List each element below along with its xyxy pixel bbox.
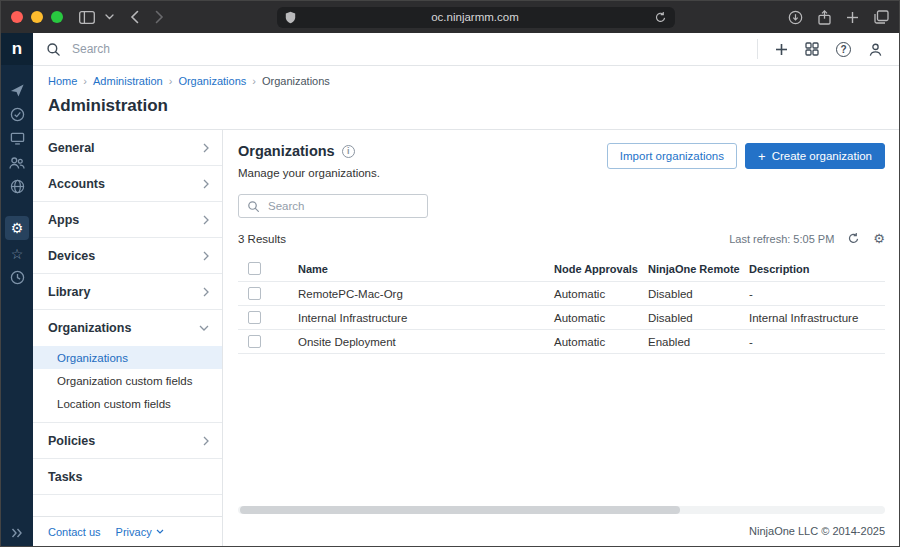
breadcrumb: Home › Administration › Organizations › …	[48, 75, 883, 87]
org-name[interactable]: Internal Infrastructure	[282, 312, 554, 324]
help-icon[interactable]: ?	[836, 42, 851, 57]
create-organization-button[interactable]: + Create organization	[745, 143, 885, 169]
add-icon[interactable]	[775, 43, 788, 56]
breadcrumb-administration[interactable]: Administration	[93, 75, 163, 87]
breadcrumb-organizations[interactable]: Organizations	[178, 75, 246, 87]
sidebar-subitem-location-custom-fields[interactable]: Location custom fields	[33, 392, 222, 415]
sidebar-item-label: Devices	[48, 249, 95, 263]
shield-icon[interactable]	[285, 11, 296, 24]
column-header-description[interactable]: Description	[749, 263, 885, 275]
back-button[interactable]	[130, 10, 139, 24]
column-header-node-approvals[interactable]: Node Approvals	[554, 263, 648, 275]
sidebar-item-label: Policies	[48, 434, 95, 448]
breadcrumb-current: Organizations	[262, 75, 330, 87]
check-circle-icon[interactable]	[5, 104, 29, 125]
browser-chrome: oc.ninjarmm.com	[1, 1, 899, 33]
expand-icon[interactable]	[11, 528, 23, 538]
divider	[757, 39, 758, 59]
sidebar-item-library[interactable]: Library	[33, 274, 222, 310]
sidebar-item-label: Organizations	[48, 321, 131, 335]
chevron-right-icon	[203, 436, 209, 446]
sidebar-item-policies[interactable]: Policies	[33, 423, 222, 459]
select-all-checkbox[interactable]	[248, 262, 261, 275]
sidebar-item-general[interactable]: General	[33, 130, 222, 166]
globe-icon[interactable]	[5, 176, 29, 197]
window-controls	[11, 11, 63, 23]
share-icon[interactable]	[818, 10, 831, 25]
sidebar-item-label: General	[48, 141, 95, 155]
chevron-down-icon[interactable]	[105, 14, 114, 20]
global-search[interactable]	[46, 41, 350, 57]
chevron-right-icon	[203, 287, 209, 297]
sidebar-item-apps[interactable]: Apps	[33, 202, 222, 238]
close-window-button[interactable]	[11, 11, 23, 23]
zoom-window-button[interactable]	[51, 11, 63, 23]
contact-us-link[interactable]: Contact us	[48, 526, 101, 538]
row-checkbox[interactable]	[248, 311, 261, 324]
paper-plane-icon[interactable]	[5, 80, 29, 101]
star-icon[interactable]: ☆	[5, 243, 29, 264]
import-organizations-button[interactable]: Import organizations	[607, 143, 737, 169]
chevron-right-icon	[203, 215, 209, 225]
sidebar-toggle-icon[interactable]	[79, 11, 95, 24]
privacy-link[interactable]: Privacy	[116, 526, 164, 538]
privacy-label: Privacy	[116, 526, 152, 538]
search-icon	[46, 42, 61, 57]
breadcrumb-separator: ›	[83, 75, 87, 87]
table-row[interactable]: Onsite Deployment Automatic Enabled -	[238, 330, 885, 354]
reload-icon[interactable]	[654, 11, 667, 24]
info-icon[interactable]: i	[342, 145, 355, 158]
row-checkbox[interactable]	[248, 287, 261, 300]
sidebar-item-label: Library	[48, 285, 90, 299]
ninjaone-logo[interactable]: n	[1, 33, 33, 65]
chevron-right-icon	[203, 143, 209, 153]
monitor-icon[interactable]	[5, 128, 29, 149]
table-row[interactable]: RemotePC-Mac-Org Automatic Disabled -	[238, 282, 885, 306]
table-row[interactable]: Internal Infrastructure Automatic Disabl…	[238, 306, 885, 330]
page-title: Administration	[48, 96, 883, 116]
section-title: Organizations	[238, 143, 335, 159]
sidebar-item-label: Accounts	[48, 177, 105, 191]
plus-icon: +	[758, 149, 766, 164]
screen: oc.ninjarmm.com n	[0, 0, 900, 547]
scrollbar-track[interactable]	[238, 506, 885, 514]
column-header-name[interactable]: Name	[282, 263, 554, 275]
gear-icon[interactable]: ⚙	[5, 216, 29, 240]
sidebar-item-tasks[interactable]: Tasks	[33, 459, 222, 495]
node-approvals-value: Automatic	[554, 288, 648, 300]
history-icon[interactable]	[5, 267, 29, 288]
user-icon[interactable]	[868, 42, 883, 57]
node-approvals-value: Automatic	[554, 312, 648, 324]
scrollbar-thumb[interactable]	[240, 506, 680, 514]
sidebar-subitem-organizations[interactable]: Organizations	[33, 346, 222, 369]
url-text: oc.ninjarmm.com	[296, 11, 654, 23]
address-bar[interactable]: oc.ninjarmm.com	[277, 7, 675, 28]
copyright-text: NinjaOne LLC © 2014-2025	[749, 525, 885, 537]
sidebar-item-organizations[interactable]: Organizations	[33, 310, 222, 346]
horizontal-scrollbar	[238, 506, 885, 521]
apps-grid-icon[interactable]	[805, 42, 819, 56]
group-icon[interactable]	[5, 152, 29, 173]
tabs-overview-icon[interactable]	[874, 10, 889, 24]
organizations-search-input[interactable]	[266, 199, 419, 213]
sidebar-item-label: Tasks	[48, 470, 83, 484]
sidebar-item-accounts[interactable]: Accounts	[33, 166, 222, 202]
sidebar-subitem-organization-custom-fields[interactable]: Organization custom fields	[33, 369, 222, 392]
minimize-window-button[interactable]	[31, 11, 43, 23]
breadcrumb-home[interactable]: Home	[48, 75, 77, 87]
organizations-search[interactable]	[238, 194, 428, 218]
new-tab-icon[interactable]	[846, 11, 859, 24]
downloads-icon[interactable]	[788, 10, 803, 25]
org-name[interactable]: Onsite Deployment	[282, 336, 554, 348]
org-name[interactable]: RemotePC-Mac-Org	[282, 288, 554, 300]
global-search-input[interactable]	[70, 41, 350, 57]
row-checkbox[interactable]	[248, 335, 261, 348]
breadcrumb-separator: ›	[169, 75, 173, 87]
column-header-ninjaone-remote[interactable]: NinjaOne Remote	[648, 263, 749, 275]
create-organization-label: Create organization	[772, 150, 872, 162]
refresh-icon[interactable]	[847, 232, 860, 245]
description-value: -	[749, 336, 885, 348]
table-settings-gear-icon[interactable]: ⚙	[873, 231, 885, 246]
forward-button[interactable]	[155, 10, 164, 24]
sidebar-item-devices[interactable]: Devices	[33, 238, 222, 274]
